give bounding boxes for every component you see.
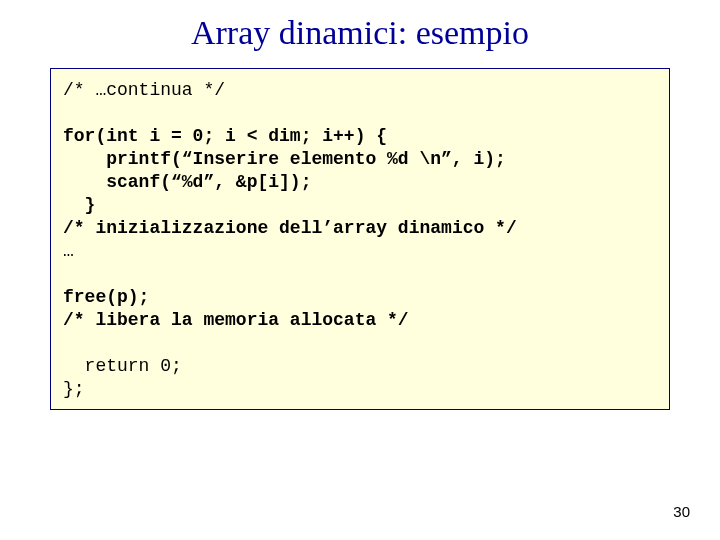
code-line: return 0; (63, 356, 182, 376)
page-number: 30 (673, 503, 690, 520)
code-line: … (63, 241, 74, 261)
code-line: for(int i = 0; i < dim; i++) { (63, 126, 387, 146)
code-block: /* …continua */ for(int i = 0; i < dim; … (50, 68, 670, 410)
code-line: /* …continua */ (63, 80, 225, 100)
code-line: }; (63, 379, 85, 399)
code-line: } (63, 195, 95, 215)
code-line: scanf(“%d”, &p[i]); (63, 172, 311, 192)
code-line: printf(“Inserire elemento %d \n”, i); (63, 149, 506, 169)
code-line: /* inizializzazione dell’array dinamico … (63, 218, 517, 238)
page-title: Array dinamici: esempio (0, 14, 720, 52)
code-line: free(p); (63, 287, 149, 307)
code-line: /* libera la memoria allocata */ (63, 310, 409, 330)
